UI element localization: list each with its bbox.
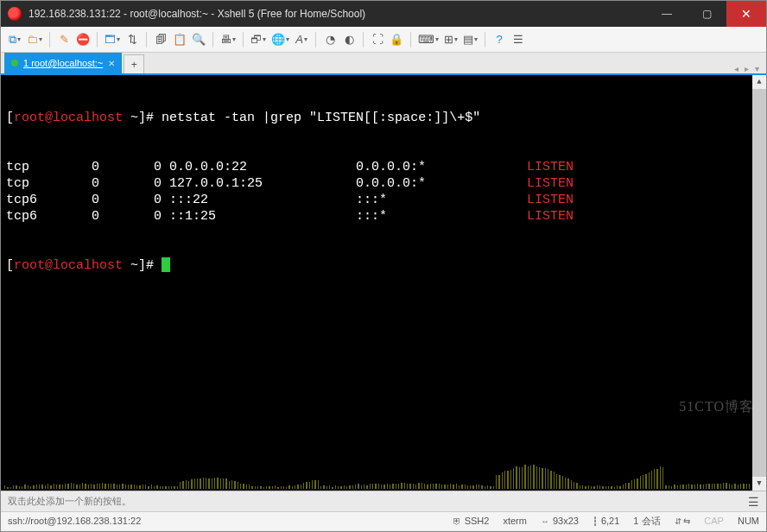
command-text: netstat -tan |grep "LISTEN[[:space:]]\+$…	[162, 110, 480, 126]
encoding-button[interactable]: 🌐	[269, 30, 291, 49]
view-button[interactable]: 🗗	[249, 30, 268, 49]
terminal-prompt-line: [root@localhost ~]#	[6, 257, 761, 274]
separator	[97, 32, 98, 48]
transfer-button[interactable]: ⇅	[124, 30, 141, 49]
app-icon	[8, 7, 22, 21]
keyboard-icon: ⌨	[418, 33, 434, 46]
ssh-status: ⛨SSH2	[453, 516, 490, 526]
plus-icon: ⊞	[444, 33, 453, 46]
folder-icon: 🗀	[27, 33, 38, 46]
scroll-thumb[interactable]	[752, 89, 766, 477]
status-bar: ssh://root@192.168.238.131:22 ⛨SSH2 xter…	[1, 511, 766, 529]
separator	[49, 32, 50, 48]
about-icon: ☰	[513, 33, 523, 46]
status-dot-icon	[11, 60, 18, 66]
netstat-row: tcp 0 0 127.0.0.1:25 0.0.0.0:* LISTEN	[6, 175, 761, 192]
addtab-toolbar-button[interactable]: ⊞	[442, 30, 460, 49]
fullscreen-icon: ⛶	[372, 33, 384, 46]
print-icon: 🖶	[220, 33, 231, 46]
quickbar-menu-icon[interactable]: ☰	[748, 495, 759, 509]
copy-button[interactable]: 🗐	[152, 30, 169, 49]
keyboard-button[interactable]: ⌨	[416, 30, 441, 49]
audio-waveform	[1, 453, 752, 491]
open-button[interactable]: 🗀	[25, 30, 44, 49]
separator	[315, 32, 316, 48]
netstat-row: tcp6 0 0 ::1:25 :::* LISTEN	[6, 208, 761, 225]
term-size: ↔93x23	[541, 516, 579, 526]
vertical-scrollbar[interactable]: ▲ ▼	[752, 75, 766, 491]
watermark-text: 51CTO博客	[679, 398, 754, 415]
layout-button[interactable]: ▤	[461, 30, 479, 49]
tab-close-icon[interactable]: ✕	[108, 59, 115, 68]
main-toolbar: ⧉ 🗀 ✎ ⛔ 🗔 ⇅ 🗐 📋 🔍 🖶 🗗 🌐 A ◔ ◐ ⛶ 🔒 ⌨ ⊞ ▤ …	[1, 27, 766, 53]
lock-button[interactable]: 🔒	[388, 30, 405, 49]
properties-icon: 🗔	[105, 33, 116, 46]
properties-button[interactable]: 🗔	[103, 30, 122, 49]
fullscreen-button[interactable]: ⛶	[369, 30, 386, 49]
quick-button-bar[interactable]: 双击此处添加一个新的按钮。 ☰	[1, 491, 766, 511]
cursor	[162, 257, 170, 272]
window-title: 192.168.238.131:22 - root@localhost:~ - …	[29, 8, 647, 20]
terminal-pane[interactable]: [root@localhost ~]# netstat -tan |grep "…	[1, 75, 766, 491]
num-status: NUM	[738, 516, 759, 526]
about-button[interactable]: ☰	[510, 30, 527, 49]
connection-string: ssh://root@192.168.238.131:22	[8, 516, 141, 526]
add-tab-button[interactable]: +	[124, 54, 144, 73]
copy-icon: 🗐	[155, 33, 167, 46]
reconnect-button[interactable]: ✎	[55, 30, 73, 49]
font-button[interactable]: A	[293, 30, 310, 49]
globe-icon: 🌐	[271, 33, 285, 46]
print-button[interactable]: 🖶	[219, 30, 238, 49]
session-tab[interactable]: 1 root@localhost:~ ✕	[4, 53, 122, 73]
find-button[interactable]: 🔍	[190, 30, 207, 49]
shield-icon: ⛨	[453, 516, 461, 526]
terminal-line: [root@localhost ~]# netstat -tan |grep "…	[6, 110, 761, 126]
separator	[243, 32, 244, 48]
paste-icon: 📋	[173, 33, 187, 46]
help-button[interactable]: ?	[491, 30, 508, 49]
arrows-icon: ⇵ ⇆	[675, 516, 691, 526]
maximize-button[interactable]: ▢	[687, 1, 726, 27]
separator	[212, 32, 213, 48]
session-count: 1 会话	[633, 515, 660, 528]
separator	[485, 32, 485, 48]
color-button[interactable]: ◔	[321, 30, 339, 49]
tab-label: 1 root@localhost:~	[23, 58, 103, 68]
new-session-button[interactable]: ⧉	[6, 30, 23, 49]
separator	[410, 32, 411, 48]
lock-icon: 🔒	[390, 33, 403, 46]
pos-icon: ┇	[593, 516, 598, 526]
new-icon: ⧉	[9, 33, 16, 47]
netstat-row: tcp6 0 0 :::22 :::* LISTEN	[6, 192, 761, 208]
quickbar-hint: 双击此处添加一个新的按钮。	[8, 495, 131, 508]
tab-prev-button[interactable]: ◂	[734, 64, 738, 73]
tab-next-button[interactable]: ▸	[745, 64, 749, 73]
highlight-icon: ◐	[345, 33, 354, 46]
scroll-down-icon[interactable]: ▼	[752, 477, 766, 491]
plug-icon: ✎	[60, 33, 69, 46]
arrows-status: ⇵ ⇆	[675, 516, 691, 526]
separator	[363, 32, 364, 48]
close-button[interactable]: ✕	[726, 1, 766, 27]
search-icon: 🔍	[192, 33, 206, 46]
help-icon: ?	[496, 33, 502, 46]
caps-status: CAP	[704, 516, 724, 526]
term-type: xterm	[503, 516, 527, 526]
netstat-row: tcp 0 0 0.0.0.0:22 0.0.0.0:* LISTEN	[6, 159, 761, 175]
highlight-button[interactable]: ◐	[340, 30, 358, 49]
tab-menu-button[interactable]: ▾	[755, 64, 759, 73]
size-icon: ↔	[541, 516, 549, 526]
minimize-button[interactable]: —	[647, 1, 687, 27]
separator	[146, 32, 147, 48]
tab-nav: ◂ ▸ ▾	[732, 64, 761, 73]
font-icon: A	[295, 33, 303, 46]
scroll-up-icon[interactable]: ▲	[752, 75, 766, 89]
disconnect-icon: ⛔	[76, 33, 90, 46]
transfer-icon: ⇅	[128, 33, 137, 46]
disconnect-button[interactable]: ⛔	[74, 30, 92, 49]
paste-button[interactable]: 📋	[171, 30, 188, 49]
tab-bar: 1 root@localhost:~ ✕ + ◂ ▸ ▾	[1, 53, 766, 75]
cursor-pos: ┇6,21	[593, 516, 619, 526]
window-titlebar: 192.168.238.131:22 - root@localhost:~ - …	[1, 1, 766, 27]
color-icon: ◔	[326, 33, 335, 46]
